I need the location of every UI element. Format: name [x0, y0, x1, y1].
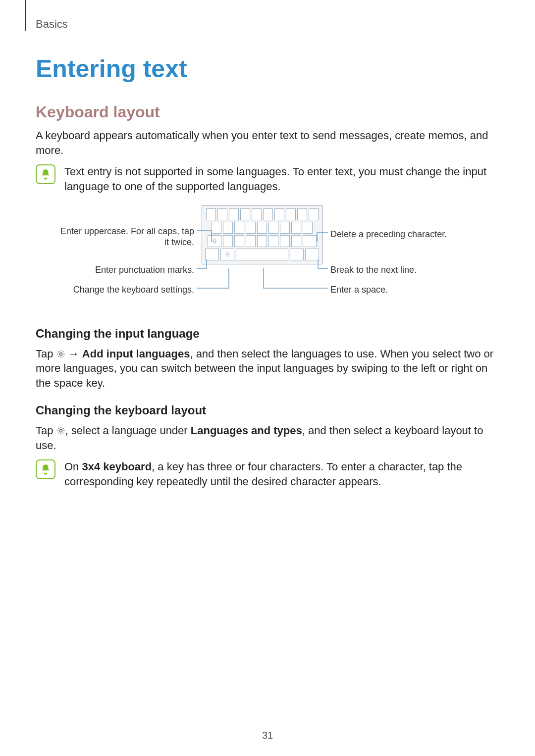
- subheading-input-language: Changing the input language: [36, 327, 499, 341]
- bold-3x4-keyboard: 3x4 keyboard: [82, 460, 152, 473]
- svg-point-1: [59, 353, 62, 355]
- bold-add-input-languages: Add input languages: [82, 348, 190, 360]
- subheading-keyboard-layout: Changing the keyboard layout: [36, 403, 499, 417]
- keyboard-diagram: Enter uppercase. For all caps, tapit twi…: [36, 205, 499, 314]
- paragraph-keyboard-layout: Tap , select a language under Languages …: [36, 423, 499, 453]
- leader-lines: [36, 205, 499, 314]
- note-text: Text entry is not supported in some lang…: [64, 164, 499, 194]
- text-fragment: , select a language under: [65, 424, 191, 437]
- arrow-icon: →: [68, 348, 82, 360]
- section-keyboard-layout: Keyboard layout: [36, 103, 499, 121]
- svg-point-2: [59, 429, 62, 432]
- gear-icon: [56, 424, 65, 433]
- text-fragment: Tap: [36, 348, 56, 360]
- breadcrumb: Basics: [36, 18, 499, 31]
- bell-icon: [36, 164, 55, 184]
- page-number: 31: [0, 730, 535, 741]
- bell-icon: [36, 459, 55, 479]
- text-fragment: On: [64, 460, 82, 473]
- note-text: On 3x4 keyboard, a key has three or four…: [64, 459, 499, 489]
- note-language-support: Text entry is not supported in some lang…: [36, 164, 499, 194]
- paragraph-input-language: Tap → Add input languages, and then sele…: [36, 347, 499, 391]
- bold-languages-and-types: Languages and types: [191, 424, 302, 437]
- gear-icon: [56, 348, 65, 356]
- intro-paragraph: A keyboard appears automatically when yo…: [36, 128, 499, 157]
- page-title: Entering text: [36, 54, 499, 83]
- text-fragment: Tap: [36, 424, 56, 437]
- note-3x4-keyboard: On 3x4 keyboard, a key has three or four…: [36, 459, 499, 489]
- header-rule: [25, 0, 26, 31]
